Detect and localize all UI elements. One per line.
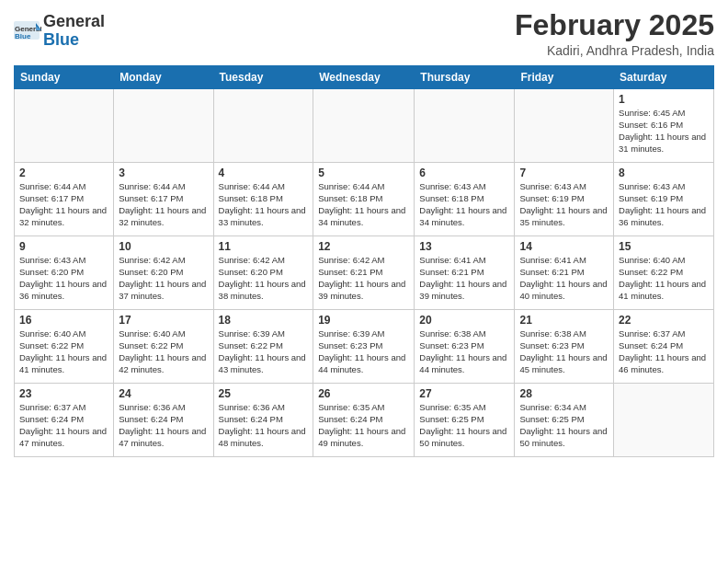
day-cell: 13Sunrise: 6:41 AM Sunset: 6:21 PM Dayli… [415, 236, 515, 310]
day-cell [515, 89, 614, 163]
day-cell: 9Sunrise: 6:43 AM Sunset: 6:20 PM Daylig… [15, 236, 114, 310]
day-info: Sunrise: 6:42 AM Sunset: 6:20 PM Dayligh… [119, 255, 208, 302]
day-number: 12 [318, 240, 409, 253]
day-number: 6 [419, 167, 509, 179]
day-cell [213, 89, 313, 163]
day-cell: 6Sunrise: 6:43 AM Sunset: 6:18 PM Daylig… [415, 163, 515, 236]
header-wednesday: Wednesday [313, 66, 415, 89]
day-number: 21 [519, 314, 609, 327]
day-info: Sunrise: 6:35 AM Sunset: 6:24 PM Dayligh… [318, 402, 409, 449]
day-number: 4 [219, 167, 309, 179]
day-cell: 7Sunrise: 6:43 AM Sunset: 6:19 PM Daylig… [515, 163, 614, 236]
day-info: Sunrise: 6:38 AM Sunset: 6:23 PM Dayligh… [419, 328, 509, 375]
day-info: Sunrise: 6:42 AM Sunset: 6:21 PM Dayligh… [318, 255, 409, 302]
day-info: Sunrise: 6:40 AM Sunset: 6:22 PM Dayligh… [619, 255, 709, 302]
day-number: 7 [519, 167, 609, 179]
day-number: 22 [619, 314, 709, 327]
logo-blue: Blue [43, 31, 105, 50]
day-info: Sunrise: 6:43 AM Sunset: 6:18 PM Dayligh… [419, 181, 509, 228]
day-number: 17 [119, 314, 208, 327]
day-number: 3 [119, 167, 208, 179]
day-number: 10 [119, 240, 208, 253]
day-info: Sunrise: 6:42 AM Sunset: 6:20 PM Dayligh… [219, 255, 309, 302]
title-area: February 2025 Kadiri, Andhra Pradesh, In… [515, 9, 714, 58]
day-cell: 20Sunrise: 6:38 AM Sunset: 6:23 PM Dayli… [415, 310, 515, 384]
day-number: 26 [318, 387, 409, 400]
day-number: 19 [318, 314, 409, 327]
day-number: 11 [219, 240, 309, 253]
day-cell: 24Sunrise: 6:36 AM Sunset: 6:24 PM Dayli… [114, 384, 213, 457]
day-info: Sunrise: 6:43 AM Sunset: 6:20 PM Dayligh… [19, 255, 108, 302]
day-number: 14 [519, 240, 609, 253]
day-number: 24 [119, 387, 208, 400]
day-info: Sunrise: 6:44 AM Sunset: 6:17 PM Dayligh… [19, 181, 108, 228]
week-row-1: 2Sunrise: 6:44 AM Sunset: 6:17 PM Daylig… [15, 163, 714, 236]
logo-blue-text: Blue [43, 30, 79, 49]
calendar-subtitle: Kadiri, Andhra Pradesh, India [515, 43, 714, 58]
header-monday: Monday [114, 66, 213, 89]
day-number: 9 [19, 240, 108, 253]
day-cell [313, 89, 415, 163]
day-info: Sunrise: 6:44 AM Sunset: 6:17 PM Dayligh… [119, 181, 208, 228]
calendar-table: SundayMondayTuesdayWednesdayThursdayFrid… [14, 65, 714, 457]
day-cell [415, 89, 515, 163]
day-cell: 18Sunrise: 6:39 AM Sunset: 6:22 PM Dayli… [213, 310, 313, 384]
day-cell: 17Sunrise: 6:40 AM Sunset: 6:22 PM Dayli… [114, 310, 213, 384]
day-info: Sunrise: 6:36 AM Sunset: 6:24 PM Dayligh… [119, 402, 208, 449]
svg-text:Blue: Blue [15, 32, 31, 40]
day-number: 25 [219, 387, 309, 400]
day-cell: 8Sunrise: 6:43 AM Sunset: 6:19 PM Daylig… [614, 163, 714, 236]
header-row: SundayMondayTuesdayWednesdayThursdayFrid… [15, 66, 714, 89]
day-cell [614, 384, 714, 457]
day-cell: 22Sunrise: 6:37 AM Sunset: 6:24 PM Dayli… [614, 310, 714, 384]
day-info: Sunrise: 6:43 AM Sunset: 6:19 PM Dayligh… [519, 181, 609, 228]
day-cell: 1Sunrise: 6:45 AM Sunset: 6:16 PM Daylig… [614, 89, 714, 163]
day-info: Sunrise: 6:36 AM Sunset: 6:24 PM Dayligh… [219, 402, 309, 449]
day-cell: 10Sunrise: 6:42 AM Sunset: 6:20 PM Dayli… [114, 236, 213, 310]
day-cell: 5Sunrise: 6:44 AM Sunset: 6:18 PM Daylig… [313, 163, 415, 236]
day-number: 5 [318, 167, 409, 179]
logo-general: General [43, 12, 105, 30]
day-info: Sunrise: 6:44 AM Sunset: 6:18 PM Dayligh… [219, 181, 309, 228]
calendar-title: February 2025 [515, 9, 714, 41]
day-number: 28 [519, 387, 609, 400]
day-info: Sunrise: 6:40 AM Sunset: 6:22 PM Dayligh… [119, 328, 208, 375]
day-info: Sunrise: 6:35 AM Sunset: 6:25 PM Dayligh… [419, 402, 509, 449]
logo-icon: General Blue [14, 21, 41, 41]
header: General Blue General Blue February 2025 … [14, 9, 714, 58]
day-cell: 2Sunrise: 6:44 AM Sunset: 6:17 PM Daylig… [15, 163, 114, 236]
day-info: Sunrise: 6:43 AM Sunset: 6:19 PM Dayligh… [619, 181, 709, 228]
day-info: Sunrise: 6:39 AM Sunset: 6:22 PM Dayligh… [219, 328, 309, 375]
day-cell: 15Sunrise: 6:40 AM Sunset: 6:22 PM Dayli… [614, 236, 714, 310]
header-sunday: Sunday [15, 66, 114, 89]
day-number: 18 [219, 314, 309, 327]
day-number: 20 [419, 314, 509, 327]
day-cell: 26Sunrise: 6:35 AM Sunset: 6:24 PM Dayli… [313, 384, 415, 457]
week-row-2: 9Sunrise: 6:43 AM Sunset: 6:20 PM Daylig… [15, 236, 714, 310]
day-info: Sunrise: 6:45 AM Sunset: 6:16 PM Dayligh… [619, 108, 709, 155]
day-cell: 25Sunrise: 6:36 AM Sunset: 6:24 PM Dayli… [213, 384, 313, 457]
day-number: 1 [619, 93, 709, 106]
day-number: 16 [19, 314, 108, 327]
day-number: 23 [19, 387, 108, 400]
day-cell [114, 89, 213, 163]
day-cell: 23Sunrise: 6:37 AM Sunset: 6:24 PM Dayli… [15, 384, 114, 457]
day-info: Sunrise: 6:34 AM Sunset: 6:25 PM Dayligh… [519, 402, 609, 449]
day-number: 2 [19, 167, 108, 179]
day-info: Sunrise: 6:38 AM Sunset: 6:23 PM Dayligh… [519, 328, 609, 375]
day-info: Sunrise: 6:39 AM Sunset: 6:23 PM Dayligh… [318, 328, 409, 375]
day-cell: 19Sunrise: 6:39 AM Sunset: 6:23 PM Dayli… [313, 310, 415, 384]
day-info: Sunrise: 6:41 AM Sunset: 6:21 PM Dayligh… [419, 255, 509, 302]
header-saturday: Saturday [614, 66, 714, 89]
week-row-0: 1Sunrise: 6:45 AM Sunset: 6:16 PM Daylig… [15, 89, 714, 163]
day-info: Sunrise: 6:44 AM Sunset: 6:18 PM Dayligh… [318, 181, 409, 228]
day-info: Sunrise: 6:37 AM Sunset: 6:24 PM Dayligh… [19, 402, 108, 449]
logo-text: General [43, 13, 105, 31]
page: General Blue General Blue February 2025 … [0, 0, 728, 563]
day-info: Sunrise: 6:41 AM Sunset: 6:21 PM Dayligh… [519, 255, 609, 302]
day-number: 13 [419, 240, 509, 253]
day-info: Sunrise: 6:37 AM Sunset: 6:24 PM Dayligh… [619, 328, 709, 375]
day-cell: 14Sunrise: 6:41 AM Sunset: 6:21 PM Dayli… [515, 236, 614, 310]
day-info: Sunrise: 6:40 AM Sunset: 6:22 PM Dayligh… [19, 328, 108, 375]
day-number: 27 [419, 387, 509, 400]
